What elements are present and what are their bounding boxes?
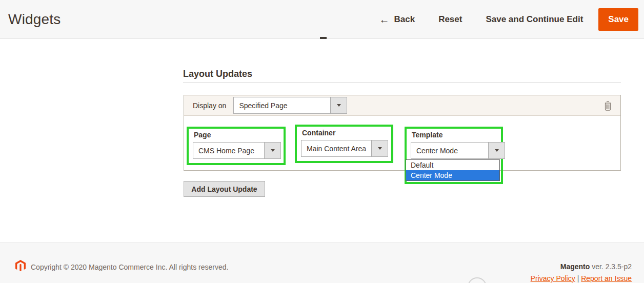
container-select[interactable]: Main Content Area xyxy=(301,140,388,157)
container-field-label: Container xyxy=(302,129,391,137)
page-field-label: Page xyxy=(194,131,284,139)
template-option-default[interactable]: Default xyxy=(406,160,499,170)
page-title: Widgets xyxy=(8,11,61,28)
chevron-down-icon xyxy=(371,140,388,156)
privacy-policy-link[interactable]: Privacy Policy xyxy=(531,274,575,282)
display-on-label: Display on xyxy=(193,102,226,110)
delete-layout-update-icon[interactable] xyxy=(603,101,612,111)
report-issue-link[interactable]: Report an Issue xyxy=(581,274,632,282)
chevron-down-icon xyxy=(330,97,347,113)
magento-logo-icon xyxy=(15,260,26,272)
template-select-value: Center Mode xyxy=(411,143,488,158)
reset-button[interactable]: Reset xyxy=(438,14,462,25)
version-text: Magento ver. 2.3.5-p2 xyxy=(560,262,632,271)
chevron-down-icon xyxy=(488,143,505,158)
save-button[interactable]: Save xyxy=(598,8,638,31)
back-button[interactable]: ← Back xyxy=(379,14,415,25)
links-separator: | xyxy=(577,274,579,282)
template-field-label: Template xyxy=(412,131,501,139)
page-header: Widgets ← Back Reset Save and Continue E… xyxy=(0,0,644,39)
copyright-text: Copyright © 2020 Magento Commerce Inc. A… xyxy=(31,263,228,271)
template-option-center-mode[interactable]: Center Mode xyxy=(406,170,499,180)
add-layout-update-button[interactable]: Add Layout Update xyxy=(184,181,265,197)
highlight-box-template: Template Center Mode Default Center Mode xyxy=(405,127,503,184)
template-select[interactable]: Center Mode xyxy=(411,142,505,159)
highlight-box-page: Page CMS Home Page xyxy=(187,127,286,165)
container-select-value: Main Content Area xyxy=(301,140,371,156)
highlight-box-container: Container Main Content Area xyxy=(295,125,393,163)
clipped-circle-fragment xyxy=(468,277,487,283)
back-button-label: Back xyxy=(394,14,415,25)
display-on-select-value: Specified Page xyxy=(234,97,330,113)
template-dropdown-list: Default Center Mode xyxy=(406,159,500,181)
version-number: ver. 2.3.5-p2 xyxy=(592,262,632,271)
widgets-page: Widgets ← Back Reset Save and Continue E… xyxy=(0,0,644,283)
brand-name: Magento xyxy=(560,262,590,271)
header-actions: ← Back Reset Save and Continue Edit Save xyxy=(379,0,638,39)
page-select[interactable]: CMS Home Page xyxy=(193,142,281,159)
page-footer: Copyright © 2020 Magento Commerce Inc. A… xyxy=(0,242,644,283)
section-divider xyxy=(183,83,621,83)
footer-links: Privacy Policy | Report an Issue xyxy=(531,274,632,282)
page-select-value: CMS Home Page xyxy=(193,143,264,158)
clipped-content-fragment xyxy=(320,37,327,39)
layout-update-card-header: Display on Specified Page xyxy=(184,95,620,116)
back-arrow-icon: ← xyxy=(379,14,389,25)
display-on-select[interactable]: Specified Page xyxy=(233,97,347,114)
layout-updates-heading: Layout Updates xyxy=(183,69,252,79)
chevron-down-icon xyxy=(264,143,280,158)
save-and-continue-button[interactable]: Save and Continue Edit xyxy=(486,14,583,25)
